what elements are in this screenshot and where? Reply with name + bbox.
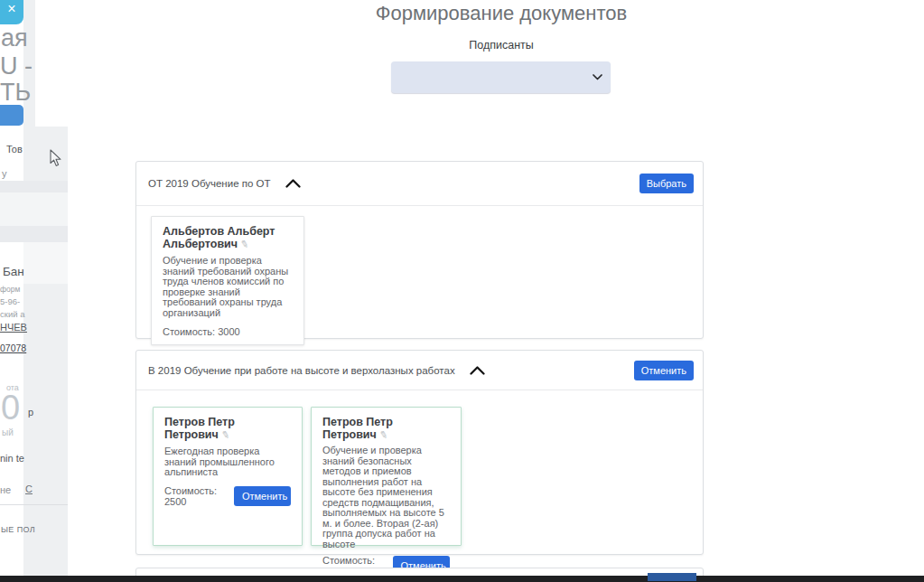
edit-icon[interactable]: ✎: [239, 238, 250, 251]
section-label: ОТ 2019 Обучение по ОТ: [148, 178, 271, 189]
employee-name: Альбертов Альберт Альбертович✎: [163, 226, 293, 250]
card-cancel-button[interactable]: Отменить: [234, 486, 291, 506]
edit-icon[interactable]: ✎: [219, 428, 230, 442]
overlay-text-fragment: р: [28, 407, 33, 418]
divider: [0, 504, 68, 505]
overlay-text-fragment: ый: [2, 427, 14, 437]
overlay-link-fragment[interactable]: С: [25, 483, 33, 494]
employee-name: Петров Петр Петрович✎: [322, 417, 450, 441]
section-panel: В 2019 Обучение при работе на высоте и в…: [135, 350, 704, 555]
section-label: В 2019 Обучение при работе на высоте и в…: [148, 365, 455, 376]
section-header: В 2019 Обучение при работе на высоте и в…: [136, 351, 703, 390]
overlay-link-fragment[interactable]: 07078: [0, 343, 26, 353]
overlay-text-fragment: у: [2, 168, 7, 179]
close-button[interactable]: ×: [0, 0, 23, 24]
course-description: Обучение и проверка знаний безопасных ме…: [322, 446, 450, 549]
overlay-blue-button[interactable]: [0, 105, 23, 126]
overlay-text-fragment: не: [0, 484, 11, 495]
overlay-text-fragment: ая: [1, 24, 28, 52]
section-panel: ОТ 2019 Обучение по ОТ Выбрать Альбертов…: [135, 161, 704, 339]
overlay-text-fragment: форм: [0, 285, 20, 294]
overlay-text-fragment: Тов: [6, 144, 23, 155]
employee-card: Петров Петр Петрович✎ Обучение и проверк…: [311, 407, 462, 546]
employee-card: Альбертов Альберт Альбертович✎ Обучение …: [151, 216, 304, 345]
overlay-text-fragment: 0: [1, 389, 20, 427]
course-description: Обучение и проверка знаний требований ох…: [163, 256, 293, 318]
section-action-button[interactable]: Выбрать: [639, 174, 694, 193]
chevron-down-icon: [593, 74, 602, 80]
employee-card: Петров Петр Петрович✎ Ежегодная проверка…: [153, 407, 303, 546]
bottom-edge-bar: [0, 576, 924, 582]
section-action-button[interactable]: Отменить: [634, 361, 694, 380]
course-description: Ежегодная проверка знаний промышленного …: [164, 446, 291, 478]
edit-icon[interactable]: ✎: [378, 428, 388, 442]
cost-label: Стоимость: 2500: [164, 485, 234, 507]
cost-row: Стоимость: 2500 Отменить: [164, 485, 291, 507]
section-body: Альбертов Альберт Альбертович✎ Обучение …: [136, 206, 703, 355]
background-section-band: [0, 192, 68, 226]
close-icon: ×: [7, 1, 15, 17]
overlay-text-fragment: U -: [0, 52, 33, 80]
clipped-button-fragment: [648, 573, 696, 581]
signers-select[interactable]: [391, 61, 611, 93]
background-section-band: [0, 181, 68, 192]
overlay-text-fragment: ский а: [0, 309, 24, 319]
chevron-up-icon[interactable]: [470, 366, 485, 375]
overlay-text-fragment: ТЬ: [0, 79, 31, 107]
section-header: ОТ 2019 Обучение по ОТ Выбрать: [136, 162, 703, 206]
section-body: Петров Петр Петрович✎ Ежегодная проверка…: [136, 390, 703, 562]
overlay-text-fragment: 5-96-: [0, 296, 20, 306]
overlay-text-fragment: nin te: [0, 453, 24, 464]
overlay-text-fragment: ЫЕ ПОЛ: [1, 525, 35, 534]
employee-name-text: Альбертов Альберт Альбертович: [163, 225, 275, 250]
cost-label: Стоимость: 3000: [163, 326, 293, 337]
left-panel-margin-light: [23, 242, 68, 284]
employee-name: Петров Петр Петрович✎: [164, 417, 291, 441]
chevron-up-icon[interactable]: [285, 179, 301, 188]
overlay-text-fragment: Бан: [3, 265, 24, 278]
mouse-cursor: [50, 149, 62, 171]
signers-label: Подписанты: [72, 39, 924, 52]
page-title: Формирование документов: [72, 2, 924, 25]
screen: × ая U - ТЬ Тов у Бан форм 5-96- ский а …: [0, 0, 924, 582]
overlay-link-fragment[interactable]: НЧЕВ: [0, 322, 27, 333]
background-section-band: [0, 226, 68, 242]
